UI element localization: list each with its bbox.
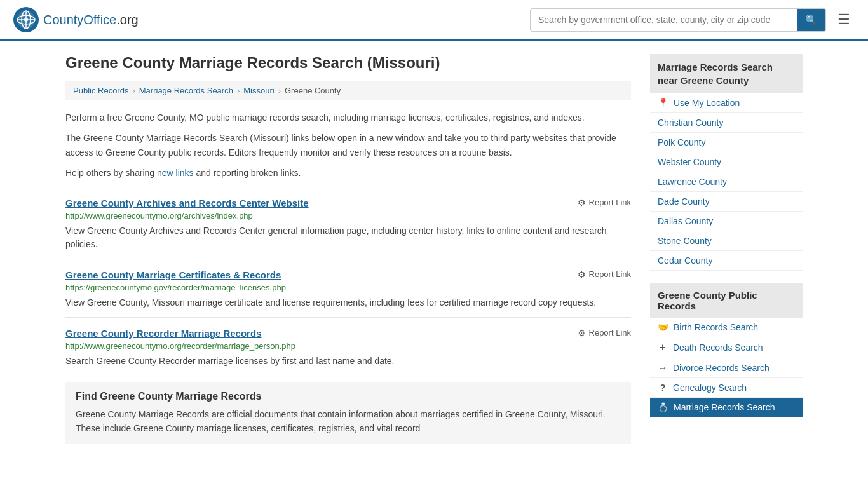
birth-icon: 🤝 [658,322,668,332]
sidebar-item-dallas[interactable]: Dallas County [650,212,803,231]
death-icon: + [658,342,668,353]
logo-icon [13,6,39,33]
menu-button[interactable]: ☰ [832,9,855,30]
content-area: Greene County Marriage Records Search (M… [65,54,631,444]
find-title: Find Greene County Marriage Records [76,391,621,402]
report-icon-0: ⚙ [578,198,586,208]
breadcrumb-greene-county: Greene County [285,86,341,95]
sidebar-item-polk[interactable]: Polk County [650,133,803,152]
report-icon-2: ⚙ [578,328,586,338]
dallas-county-link[interactable]: Dallas County [658,216,713,226]
logo-text: CountyOffice.org [43,13,139,27]
search-input[interactable] [531,10,797,30]
sidebar-genealogy[interactable]: ? Genealogy Search [650,378,803,398]
record-desc-2: Search Greene County Recorder marriage l… [65,355,631,368]
sidebar: Marriage Records Search near Greene Coun… [650,54,803,444]
record-title-0[interactable]: Greene County Archives and Records Cente… [65,198,309,208]
report-link-0[interactable]: ⚙ Report Link [578,198,631,208]
sidebar-nearby-section: Marriage Records Search near Greene Coun… [650,54,803,271]
sidebar-birth-records[interactable]: 🤝 Birth Records Search [650,318,803,337]
stone-county-link[interactable]: Stone County [658,236,712,246]
genealogy-icon: ? [658,383,668,393]
breadcrumb-missouri[interactable]: Missouri [243,86,274,95]
sidebar-public-records-section: Greene County Public Records 🤝 Birth Rec… [650,283,803,417]
sidebar-item-dade[interactable]: Dade County [650,192,803,212]
sidebar-nearby-header: Marriage Records Search near Greene Coun… [650,54,803,93]
record-title-2[interactable]: Greene County Recorder Marriage Records [65,328,261,339]
sidebar-public-records-header: Greene County Public Records [650,283,803,318]
breadcrumb-public-records[interactable]: Public Records [73,86,128,95]
report-icon-1: ⚙ [578,269,586,280]
sidebar-item-webster[interactable]: Webster County [650,152,803,172]
location-icon: 📍 [658,98,668,108]
sidebar-item-stone[interactable]: Stone County [650,231,803,251]
record-url-0[interactable]: http://www.greenecountymo.org/archives/i… [65,211,631,220]
record-url-1[interactable]: https://greenecountymo.gov/recorder/marr… [65,283,631,292]
page-title: Greene County Marriage Records Search (M… [65,54,631,72]
report-link-1[interactable]: ⚙ Report Link [578,269,631,280]
header-right: 🔍 ☰ [530,8,855,32]
record-desc-0: View Greene County Archives and Records … [65,224,631,251]
sidebar-item-cedar[interactable]: Cedar County [650,251,803,271]
find-section: Find Greene County Marriage Records Gree… [65,382,631,445]
record-desc-1: View Greene County, Missouri marriage ce… [65,296,631,309]
breadcrumb: Public Records › Marriage Records Search… [65,81,631,100]
description-para3: Help others by sharing new links and rep… [65,166,631,180]
polk-county-link[interactable]: Polk County [658,137,705,147]
divorce-records-link[interactable]: Divorce Records Search [673,363,770,373]
sidebar-item-christian[interactable]: Christian County [650,113,803,133]
divorce-icon: ↔ [658,363,668,373]
marriage-icon: 💍 [658,402,668,412]
record-card-2: Greene County Recorder Marriage Records … [65,317,631,376]
search-bar: 🔍 [530,8,826,32]
genealogy-link[interactable]: Genealogy Search [673,383,747,393]
sidebar-divorce-records[interactable]: ↔ Divorce Records Search [650,358,803,378]
breadcrumb-marriage-records[interactable]: Marriage Records Search [139,86,233,95]
death-records-link[interactable]: Death Records Search [673,342,763,353]
report-link-2[interactable]: ⚙ Report Link [578,328,631,338]
lawrence-county-link[interactable]: Lawrence County [658,177,727,187]
record-title-1[interactable]: Greene County Marriage Certificates & Re… [65,269,281,280]
cedar-county-link[interactable]: Cedar County [658,255,712,266]
record-card-1: Greene County Marriage Certificates & Re… [65,259,631,317]
new-links-link[interactable]: new links [157,168,194,178]
birth-records-link[interactable]: Birth Records Search [674,322,758,332]
christian-county-link[interactable]: Christian County [658,118,724,128]
sidebar-death-records[interactable]: + Death Records Search [650,337,803,358]
webster-county-link[interactable]: Webster County [658,157,721,167]
description-para1: Perform a free Greene County, MO public … [65,111,631,125]
description-para2: The Greene County Marriage Records Searc… [65,131,631,159]
main-container: Greene County Marriage Records Search (M… [53,41,815,457]
record-url-2[interactable]: http://www.greenecountymo.org/recorder/m… [65,341,631,351]
use-my-location-link[interactable]: Use My Location [674,98,740,108]
sidebar-item-lawrence[interactable]: Lawrence County [650,172,803,192]
search-button[interactable]: 🔍 [797,9,825,31]
site-header: CountyOffice.org 🔍 ☰ [0,0,868,41]
logo-area: CountyOffice.org [13,6,139,33]
sidebar-marriage-records[interactable]: 💍 Marriage Records Search [650,398,803,417]
sidebar-use-my-location[interactable]: 📍 Use My Location [650,93,803,113]
record-card-0: Greene County Archives and Records Cente… [65,187,631,259]
dade-county-link[interactable]: Dade County [658,196,710,207]
marriage-records-link[interactable]: Marriage Records Search [674,402,775,412]
find-desc: Greene County Marriage Records are offic… [76,407,621,436]
